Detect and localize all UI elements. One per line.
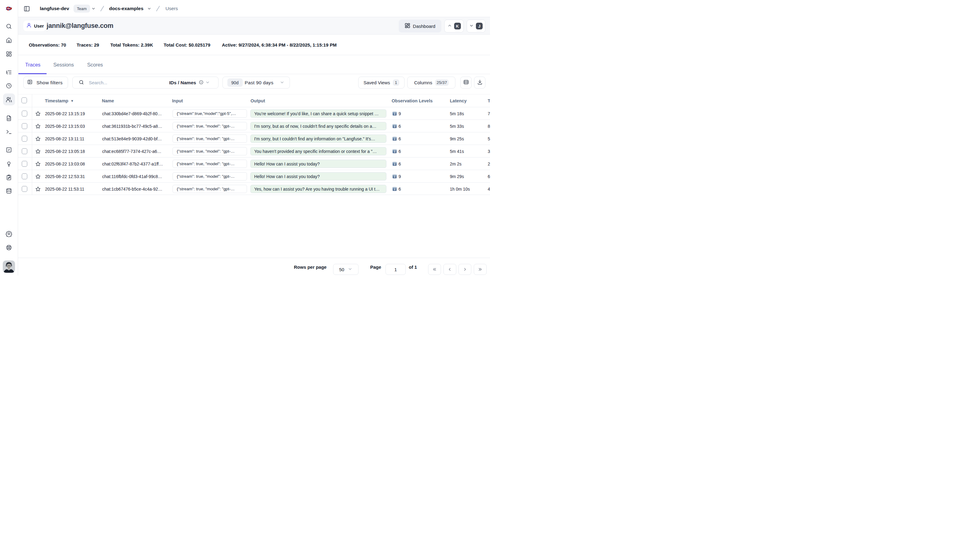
svg-text:i: i (394, 137, 395, 141)
svg-text:i: i (394, 112, 395, 116)
svg-text:i: i (394, 175, 395, 178)
svg-text:i: i (394, 125, 395, 128)
svg-text:i: i (394, 150, 395, 153)
svg-text:i: i (394, 188, 395, 191)
svg-text:i: i (394, 162, 395, 166)
